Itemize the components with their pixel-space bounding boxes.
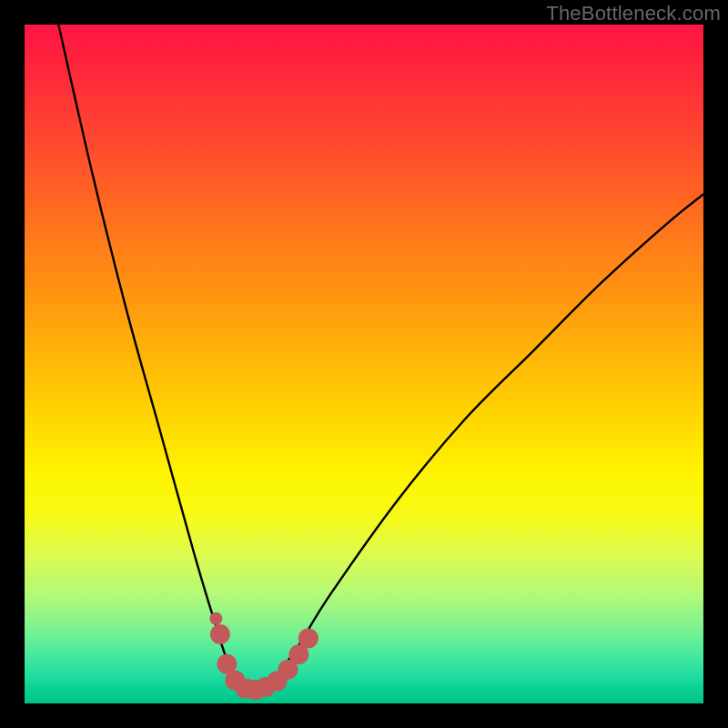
chart-frame: TheBottleneck.com	[0, 0, 728, 728]
marker-dot-outlier	[209, 612, 222, 625]
plot-area	[25, 25, 703, 703]
chart-svg	[25, 25, 703, 703]
marker-layer	[209, 612, 318, 700]
marker-dot	[210, 624, 230, 644]
marker-dot	[298, 628, 318, 648]
bottleneck-curve	[58, 25, 703, 690]
watermark-text: TheBottleneck.com	[546, 2, 721, 25]
curve-layer	[58, 25, 703, 690]
